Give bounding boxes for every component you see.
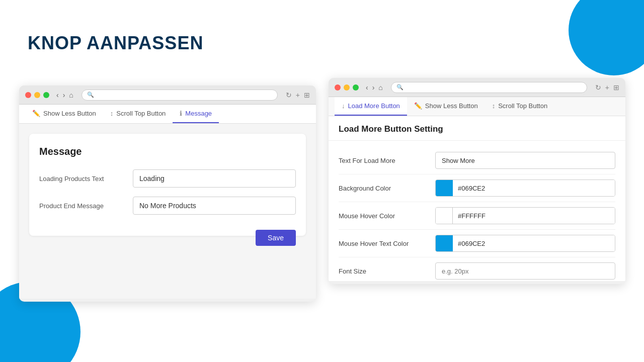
hover-color-label: Mouse Hover Color <box>339 212 429 220</box>
hover-color-row: Mouse Hover Color <box>339 202 615 230</box>
traffic-light-green[interactable] <box>43 92 49 98</box>
browser-actions-right: ↻ + ⊞ <box>595 83 619 92</box>
loading-products-label: Loading Products Text <box>39 175 125 183</box>
message-card-title: Message <box>39 146 296 157</box>
settings-form: Text For Load More Background Color Mous… <box>329 141 625 281</box>
tab-scroll-top-left[interactable]: ↕ Scroll Top Button <box>103 105 173 123</box>
right-browser-window: ‹ › ⌂ 🔍 ↻ + ⊞ ↓ Load More Button ✏️ Show… <box>329 78 625 284</box>
right-tabs-container: ↓ Load More Button ✏️ Show Less Button ↕… <box>329 97 625 116</box>
traffic-light-red-right[interactable] <box>335 84 341 90</box>
background-color-label: Background Color <box>339 185 429 192</box>
address-bar-left[interactable]: 🔍 <box>82 89 278 101</box>
search-icon-left: 🔍 <box>87 92 94 98</box>
tab-scroll-top-icon-left: ↕ <box>110 110 114 117</box>
browser-actions-left: ↻ + ⊞ <box>286 91 310 99</box>
tab-load-more-right[interactable]: ↓ Load More Button <box>335 97 407 116</box>
reload-icon-left[interactable]: ↻ <box>286 91 292 99</box>
search-icon-right: 🔍 <box>396 84 404 90</box>
add-tab-icon-left[interactable]: + <box>296 91 300 99</box>
traffic-light-yellow[interactable] <box>34 92 40 98</box>
tab-scroll-top-icon-right: ↕ <box>492 102 496 110</box>
font-size-row: Font Size <box>339 257 615 281</box>
background-color-row: Background Color <box>339 174 615 202</box>
traffic-light-yellow-right[interactable] <box>344 84 350 90</box>
loading-products-input[interactable] <box>133 169 296 188</box>
more-icon-left[interactable]: ⊞ <box>304 91 310 99</box>
browser-nav-left: ‹ › ⌂ <box>56 91 73 99</box>
left-tabs-container: ✏️ Show Less Button ↕ Scroll Top Button … <box>19 105 316 124</box>
hover-text-color-label: Mouse Hover Text Color <box>339 240 429 247</box>
right-browser-toolbar: ‹ › ⌂ 🔍 ↻ + ⊞ <box>329 78 625 97</box>
reload-icon-right[interactable]: ↻ <box>595 83 601 92</box>
nav-home-icon-right[interactable]: ⌂ <box>378 83 382 92</box>
bg-circle-top-right <box>569 0 644 75</box>
tab-message-icon-left: ℹ <box>180 110 182 117</box>
product-end-message-label: Product End Message <box>39 202 125 210</box>
left-browser-content: Message Loading Products Text Product En… <box>19 124 316 299</box>
hover-text-color-row: Mouse Hover Text Color <box>339 230 615 257</box>
tab-scroll-top-right[interactable]: ↕ Scroll Top Button <box>485 97 555 116</box>
left-browser-window: ‹ › ⌂ 🔍 ↻ + ⊞ ✏️ Show Less Button ↕ Scro… <box>19 85 316 302</box>
tab-show-less-icon-right: ✏️ <box>414 102 422 110</box>
tab-message-left[interactable]: ℹ Message <box>173 105 219 123</box>
address-bar-right[interactable]: 🔍 <box>391 82 587 93</box>
traffic-light-red[interactable] <box>25 92 31 98</box>
more-icon-right[interactable]: ⊞ <box>613 83 619 92</box>
hover-text-color-input[interactable] <box>453 235 615 251</box>
browser-nav-right: ‹ › ⌂ <box>366 83 383 92</box>
product-end-message-row: Product End Message <box>39 197 296 215</box>
right-browser-content: Load More Button Setting Text For Load M… <box>329 116 625 281</box>
nav-forward-icon[interactable]: › <box>63 91 65 99</box>
hover-text-color-group[interactable] <box>435 235 615 252</box>
tab-show-less-left[interactable]: ✏️ Show Less Button <box>25 105 103 123</box>
product-end-message-input[interactable] <box>133 197 296 215</box>
nav-forward-icon-right[interactable]: › <box>372 83 375 92</box>
loading-products-row: Loading Products Text <box>39 169 296 188</box>
nav-home-icon[interactable]: ⌂ <box>69 91 73 99</box>
nav-back-icon[interactable]: ‹ <box>56 91 59 99</box>
font-size-input[interactable] <box>435 262 615 280</box>
tab-show-less-icon-left: ✏️ <box>32 110 40 117</box>
add-tab-icon-right[interactable]: + <box>605 83 609 92</box>
page-title: KNOP AANPASSEN <box>28 33 203 54</box>
left-browser-toolbar: ‹ › ⌂ 🔍 ↻ + ⊞ <box>19 85 316 105</box>
settings-section-title: Load More Button Setting <box>329 116 625 141</box>
font-size-label: Font Size <box>339 267 429 275</box>
background-color-input[interactable] <box>453 180 615 196</box>
traffic-lights-left <box>25 92 49 98</box>
hover-color-swatch[interactable] <box>436 207 453 224</box>
hover-color-group[interactable] <box>435 207 615 224</box>
nav-back-icon-right[interactable]: ‹ <box>366 83 368 92</box>
message-card: Message Loading Products Text Product En… <box>29 134 306 236</box>
traffic-light-green-right[interactable] <box>353 84 359 90</box>
background-color-group[interactable] <box>435 179 615 197</box>
text-load-more-row: Text For Load More <box>339 147 615 174</box>
text-load-more-input[interactable] <box>435 152 615 169</box>
traffic-lights-right <box>335 84 359 90</box>
tab-show-less-right[interactable]: ✏️ Show Less Button <box>407 97 485 116</box>
left-save-button[interactable]: Save <box>256 230 296 246</box>
background-color-swatch[interactable] <box>436 179 453 197</box>
hover-text-color-swatch[interactable] <box>436 235 453 252</box>
tab-load-more-icon: ↓ <box>342 102 345 110</box>
text-load-more-label: Text For Load More <box>339 157 429 164</box>
hover-color-input[interactable] <box>453 208 615 224</box>
